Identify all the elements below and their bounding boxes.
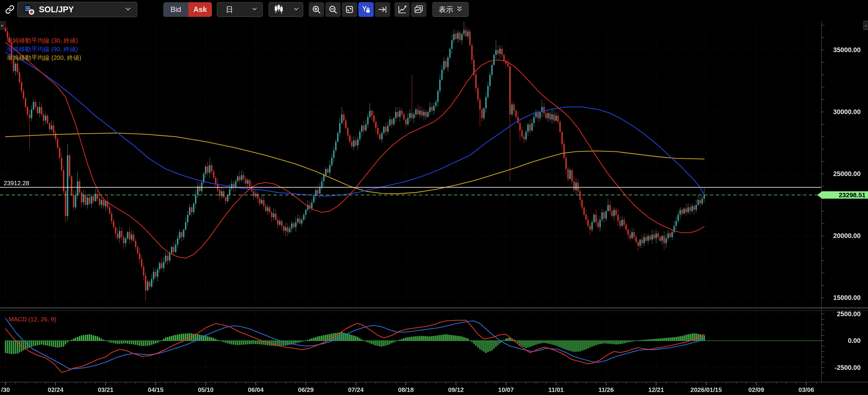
panel-collapse-left-icon[interactable]: » — [0, 22, 4, 29]
candles-layer — [5, 21, 705, 301]
svg-text:30000.00: 30000.00 — [833, 108, 861, 116]
svg-text:04/15: 04/15 — [148, 386, 163, 393]
bid-label: Bid — [170, 5, 181, 14]
svg-text:15000.00: 15000.00 — [833, 294, 861, 302]
chart-canvas[interactable]: 35000.0030000.0025000.0020000.0015000.00… — [0, 0, 868, 395]
svg-text:11/01: 11/01 — [548, 386, 563, 393]
trading-chart-app: SOL/JPY Bid Ask 日 — [0, 0, 868, 395]
sma-90-line — [5, 52, 704, 196]
svg-text:12/21: 12/21 — [648, 386, 664, 393]
svg-text:-2500.00: -2500.00 — [835, 364, 861, 371]
svg-text:07/24: 07/24 — [348, 386, 364, 393]
sma-200-line — [5, 133, 704, 194]
fit-screen-icon[interactable] — [342, 2, 357, 17]
y-axis-lock-icon[interactable] — [358, 2, 374, 17]
svg-text:06/04: 06/04 — [248, 386, 264, 393]
add-indicator-icon[interactable] — [395, 2, 410, 17]
svg-text:03/06: 03/06 — [799, 386, 814, 393]
snapshot-icon[interactable] — [411, 2, 426, 17]
sol-jpy-pair-icon — [22, 3, 35, 16]
zoom-in-icon[interactable] — [309, 2, 324, 17]
svg-text:11/26: 11/26 — [598, 386, 614, 393]
macd-pane — [5, 318, 821, 373]
timeframe-label: 日 — [226, 5, 233, 15]
toolbar: SOL/JPY Bid Ask 日 — [0, 0, 868, 19]
price-lines-layer — [0, 187, 821, 195]
svg-text:05/10: 05/10 — [198, 386, 214, 393]
panel-collapse-right-icon[interactable]: ‹ — [863, 21, 868, 30]
svg-text:08/18: 08/18 — [398, 386, 414, 393]
symbol-selector[interactable]: SOL/JPY — [17, 2, 137, 17]
chevron-down-icon — [293, 6, 299, 13]
svg-text:23298.51: 23298.51 — [839, 191, 866, 198]
svg-text:2026/01/15: 2026/01/15 — [690, 386, 722, 393]
current-price-badge: 23298.51 — [817, 191, 868, 199]
zoom-out-icon[interactable] — [325, 2, 341, 17]
chevron-down-icon — [251, 6, 257, 13]
display-label: 表示 — [439, 5, 453, 15]
link-icon[interactable] — [3, 2, 17, 17]
candlestick-type-icon — [274, 4, 283, 15]
symbol-label: SOL/JPY — [39, 5, 74, 15]
go-to-latest-icon[interactable] — [375, 2, 390, 17]
svg-text:0.00: 0.00 — [848, 337, 861, 344]
bid-button[interactable]: Bid — [163, 2, 188, 17]
svg-text:20000.00: 20000.00 — [833, 232, 861, 239]
ask-button[interactable]: Ask — [188, 2, 212, 17]
svg-text:10/07: 10/07 — [498, 386, 514, 393]
double-chevron-down-icon — [456, 5, 463, 14]
svg-text:09/12: 09/12 — [448, 386, 464, 393]
svg-text:2500.00: 2500.00 — [837, 310, 861, 318]
svg-text:02/24: 02/24 — [48, 386, 64, 393]
svg-text:02/09: 02/09 — [748, 386, 764, 393]
chevron-down-icon — [125, 5, 131, 13]
svg-text:35000.00: 35000.00 — [833, 46, 861, 54]
svg-text:06/29: 06/29 — [298, 386, 314, 393]
timeframe-selector[interactable]: 日 — [217, 2, 263, 17]
svg-text:/30: /30 — [1, 386, 10, 393]
ask-label: Ask — [193, 5, 207, 14]
display-menu-button[interactable]: 表示 — [432, 2, 469, 17]
svg-text:25000.00: 25000.00 — [833, 170, 861, 177]
svg-text:03/21: 03/21 — [98, 386, 113, 393]
chart-type-selector[interactable] — [269, 2, 303, 17]
